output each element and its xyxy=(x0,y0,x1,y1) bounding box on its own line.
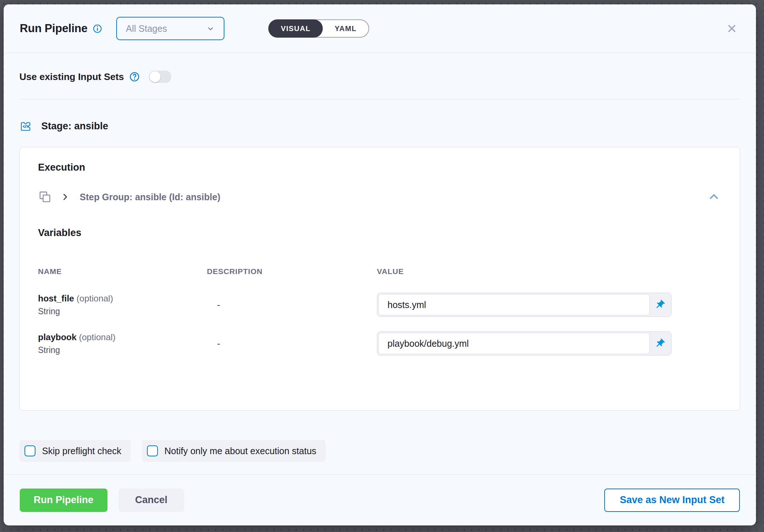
optional-tag: (optional) xyxy=(76,293,113,303)
execution-options-row: Skip preflight check Notify only me abou… xyxy=(19,440,740,462)
tab-visual[interactable]: VISUAL xyxy=(268,19,323,38)
stage-select-dropdown[interactable]: All Stages xyxy=(116,17,224,40)
column-name: NAME xyxy=(38,267,207,276)
table-row: playbook (optional) String - xyxy=(38,331,722,356)
page-title: Run Pipeline xyxy=(20,22,87,35)
run-pipeline-button[interactable]: Run Pipeline xyxy=(20,489,107,512)
save-as-new-input-set-button[interactable]: Save as New Input Set xyxy=(604,489,740,512)
checkbox-icon[interactable] xyxy=(147,445,158,456)
visual-yaml-toggle: VISUAL YAML xyxy=(268,19,369,38)
execution-card: Execution Step Group: ansible (Id: ansib… xyxy=(19,147,740,411)
variables-table-header: NAME DESCRIPTION VALUE xyxy=(38,267,722,276)
host-file-input[interactable] xyxy=(378,294,650,315)
execution-title: Execution xyxy=(38,162,722,173)
variable-description: - xyxy=(207,338,377,349)
skip-preflight-checkbox[interactable]: Skip preflight check xyxy=(19,440,131,462)
use-existing-input-sets-label: Use existing Input Sets xyxy=(19,71,124,83)
stage-title: Stage: ansible xyxy=(41,121,108,132)
variable-name: playbook xyxy=(38,332,76,342)
dialog-body: Use existing Input Sets xyxy=(4,53,756,474)
step-group-icon xyxy=(38,190,52,204)
table-row: host_file (optional) String - xyxy=(38,293,722,317)
variable-name-cell: host_file (optional) String xyxy=(38,293,207,316)
stage-select-value: All Stages xyxy=(126,23,167,34)
step-group-label: Step Group: ansible (Id: ansible) xyxy=(80,192,220,202)
column-value: VALUE xyxy=(377,267,722,276)
optional-tag: (optional) xyxy=(79,332,116,342)
value-input-group xyxy=(377,331,672,356)
pin-icon[interactable] xyxy=(650,294,670,315)
step-group-row[interactable]: Step Group: ansible (Id: ansible) xyxy=(38,189,722,205)
help-icon[interactable] xyxy=(129,71,140,82)
notify-only-me-label: Notify only me about execution status xyxy=(164,446,317,456)
pin-icon[interactable] xyxy=(650,333,670,354)
input-sets-toggle[interactable] xyxy=(149,71,171,83)
tab-yaml[interactable]: YAML xyxy=(323,20,368,37)
checkbox-icon[interactable] xyxy=(24,445,35,456)
run-pipeline-dialog: Run Pipeline All Stages VISUAL YAML xyxy=(4,4,756,525)
chevron-right-icon[interactable] xyxy=(61,193,69,201)
variable-description: - xyxy=(207,300,377,310)
toggle-knob xyxy=(150,71,160,82)
chevron-down-icon xyxy=(206,24,215,33)
dialog-header: Run Pipeline All Stages VISUAL YAML xyxy=(4,4,756,53)
variable-type: String xyxy=(38,345,207,355)
close-icon[interactable] xyxy=(724,20,740,37)
variable-type: String xyxy=(38,307,207,316)
variables-title: Variables xyxy=(38,227,722,239)
value-input-group xyxy=(377,293,672,317)
notify-only-me-checkbox[interactable]: Notify only me about execution status xyxy=(142,440,326,462)
info-icon[interactable] xyxy=(92,24,102,34)
variable-name-cell: playbook (optional) String xyxy=(38,332,207,355)
playbook-input[interactable] xyxy=(378,333,650,354)
stage-icon xyxy=(19,120,32,132)
cancel-button[interactable]: Cancel xyxy=(118,489,185,512)
variable-name: host_file xyxy=(38,293,74,303)
use-existing-input-sets-row: Use existing Input Sets xyxy=(19,71,740,83)
stage-header-row: Stage: ansible xyxy=(19,120,740,132)
skip-preflight-label: Skip preflight check xyxy=(42,446,121,456)
divider xyxy=(19,99,740,99)
dialog-footer: Run Pipeline Cancel Save as New Input Se… xyxy=(4,474,756,525)
column-description: DESCRIPTION xyxy=(207,267,377,276)
chevron-up-icon[interactable] xyxy=(706,189,722,205)
